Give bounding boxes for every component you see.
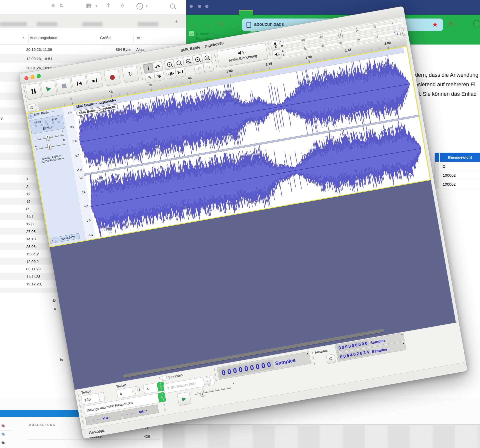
finder-toolbar: ≡ ⇅ ▦ ▾ ↥ ◊ ⋯ ▾ <box>0 0 186 14</box>
stop-button[interactable] <box>56 77 72 95</box>
column-header-size[interactable]: Größe <box>100 36 111 40</box>
table-row[interactable]: 11.11.23 <box>26 274 40 279</box>
more-actions-icon[interactable]: ⋯ <box>136 3 143 10</box>
selection-tool-button[interactable]: I <box>143 63 154 74</box>
playback-meter-speaker-button[interactable] <box>272 49 282 60</box>
pause-button[interactable] <box>25 83 42 100</box>
undo-button[interactable]: ↶ <box>194 63 205 74</box>
bookmark-star-icon[interactable]: ★ <box>432 21 438 29</box>
browser-titlebar[interactable] <box>186 0 480 15</box>
play-at-speed-button[interactable]: ▶ <box>177 392 192 406</box>
snap-format-chevron[interactable]: ▾ <box>203 377 211 385</box>
pan-slider[interactable] <box>47 144 52 150</box>
table-row[interactable]: 14.10 <box>26 237 36 242</box>
active-tab-notch[interactable] <box>239 10 253 15</box>
timeline-tick: 1:15 <box>265 62 273 70</box>
new-tab-button[interactable]: + <box>175 18 178 25</box>
cpu-system-percent: % <box>2 424 4 428</box>
selection-settings-gear-button[interactable]: ⚙ <box>326 354 336 364</box>
table-row[interactable]: 12.09.2 <box>26 259 39 264</box>
blurred-tab-label <box>37 22 57 26</box>
page-text-line: dern, dass die Anwendung <box>415 72 478 78</box>
blurred-tab-label <box>82 22 102 26</box>
zoom-out-button[interactable]: − <box>173 57 184 68</box>
window-minimize-icon[interactable] <box>198 5 201 8</box>
play-button[interactable]: ▶ <box>40 80 57 97</box>
zoom-toggle-button[interactable]: □ <box>201 52 212 63</box>
column-header-kind[interactable]: Art <box>137 36 142 40</box>
table-row[interactable]: 12.0 <box>26 222 34 227</box>
track-format-info: Stereo, 44100Hz 32-Bit-Fließkomma <box>34 152 72 165</box>
sort-direction-icon[interactable]: ∧ <box>22 36 25 40</box>
table-row[interactable]: 09. <box>26 207 32 212</box>
more-chevron-icon[interactable]: ▾ <box>146 5 148 8</box>
table-row[interactable]: 27.08 <box>26 229 36 234</box>
track-close-button[interactable]: ✕ <box>28 113 34 119</box>
table-header[interactable]: Basisgewicht <box>440 153 480 162</box>
redo-button[interactable]: ↷ <box>203 62 214 73</box>
draw-tool-button[interactable]: ✎ <box>144 72 156 83</box>
table-row[interactable]: 2. <box>26 184 30 189</box>
gain-slider[interactable] <box>46 135 50 141</box>
url-text[interactable]: about:unloads <box>254 22 284 27</box>
auslastung-header: AUSLASTUNG <box>29 423 56 427</box>
table-row[interactable]: 19. <box>26 199 32 204</box>
table-row[interactable]: 12 <box>26 192 30 197</box>
record-meter-mic-button[interactable] <box>270 40 281 50</box>
table-row[interactable]: 11.1 <box>26 214 33 219</box>
snap-checkbox[interactable] <box>162 375 167 381</box>
select-track-button[interactable]: Auswählen <box>56 233 80 243</box>
speaker-icon <box>274 52 280 57</box>
table-row[interactable]: 100002 <box>440 171 480 180</box>
selection-label: Auswahl <box>314 348 328 354</box>
table-row[interactable]: 23.08. <box>26 244 37 249</box>
skip-to-end-button[interactable]: ▶ <box>86 72 103 89</box>
table-row[interactable]: 2 <box>440 162 480 171</box>
cpu-idle-percent: % <box>2 441 4 445</box>
window-close-icon[interactable] <box>190 5 193 8</box>
table-row[interactable]: 1 <box>26 177 28 182</box>
silence-audio-button[interactable] <box>175 67 186 78</box>
back-icon[interactable]: ← <box>190 22 196 28</box>
reload-icon[interactable]: ↻ <box>218 21 223 27</box>
forward-icon[interactable]: → <box>205 22 211 28</box>
timeline-settings-gear-button[interactable]: ⚙ <box>27 103 37 112</box>
column-header-date[interactable]: Änderungsdatum <box>30 36 58 40</box>
blurred-tab-label <box>0 22 27 26</box>
play-speed-slider[interactable] <box>200 389 205 397</box>
bg-text-fragment: ia <box>60 357 63 362</box>
search-icon[interactable] <box>170 4 175 9</box>
finder-list-header: ∧ Änderungsdatum Größe Art <box>0 33 186 45</box>
tempo-field[interactable]: 120 <box>81 393 101 405</box>
trim-audio-button[interactable] <box>166 68 176 79</box>
table-row[interactable]: 05.11.23 <box>26 267 40 272</box>
zoom-in-button[interactable]: + <box>164 59 175 70</box>
tag-icon[interactable]: ◊ <box>121 3 124 9</box>
window-zoom-icon[interactable] <box>205 5 208 8</box>
loop-button[interactable]: ↻ <box>122 66 139 83</box>
basisgewicht-table: Basisgewicht 2 100002 100002 <box>434 153 480 189</box>
list-view-icon[interactable]: ≡ <box>52 3 55 9</box>
share-icon[interactable]: ↥ <box>106 3 110 8</box>
record-button[interactable] <box>104 69 121 86</box>
settings-gear-icon[interactable]: ⚙ <box>448 20 454 28</box>
timeline-more-icon[interactable]: ⋯ <box>397 39 401 44</box>
fit-project-button[interactable]: ■ <box>192 54 203 65</box>
fit-selection-button[interactable]: ◀▶ <box>183 56 194 67</box>
collapse-track-button[interactable]: ▲ <box>50 237 56 244</box>
status-text: Gestoppt. <box>88 428 105 435</box>
table-row[interactable]: 100002 <box>440 180 480 189</box>
table-header[interactable] <box>435 153 440 162</box>
tempo-label: Tempo <box>81 389 92 395</box>
table-row[interactable]: 15.04.2 <box>26 252 39 257</box>
table-row[interactable]: 19.12.23, <box>26 282 42 287</box>
blurred-tab-label <box>138 22 158 26</box>
grid-chevron-icon[interactable]: ▾ <box>96 5 97 8</box>
taktart-label: Taktart <box>116 383 127 388</box>
skip-to-start-button[interactable]: ◀ <box>71 75 88 92</box>
profile-globe-icon[interactable] <box>473 20 480 28</box>
speaker-icon: ▾ <box>237 50 247 56</box>
grid-view-icon[interactable]: ▦ <box>86 3 91 8</box>
timeline-tick: 1:00 <box>226 69 234 77</box>
sort-icon[interactable]: ⇅ <box>60 3 63 8</box>
